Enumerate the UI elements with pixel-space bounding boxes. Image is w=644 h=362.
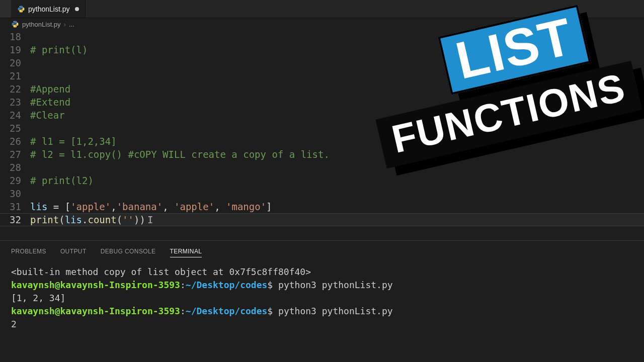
line-number-gutter: 181920212223242526272829303132 <box>0 30 30 240</box>
terminal[interactable]: <built-in method copy of list object at … <box>0 262 644 362</box>
breadcrumb-file: pythonList.py <box>22 21 61 28</box>
code-line[interactable] <box>30 161 644 174</box>
line-number: 32 <box>0 213 21 226</box>
svg-point-1 <box>22 11 23 12</box>
breadcrumb-separator: › <box>64 21 66 28</box>
line-number: 26 <box>0 135 21 148</box>
code-line[interactable] <box>30 187 644 200</box>
code-line[interactable]: #Clear <box>30 109 644 122</box>
tab-output[interactable]: OUTPUT <box>60 246 87 257</box>
tab-title: pythonList.py <box>28 5 70 13</box>
code-line[interactable] <box>30 69 644 82</box>
line-number: 27 <box>0 148 21 161</box>
code-line[interactable] <box>30 30 644 43</box>
line-number: 19 <box>0 43 21 56</box>
line-number: 30 <box>0 187 21 200</box>
line-number: 24 <box>0 109 21 122</box>
code-line[interactable]: # l1 = [1,2,34] <box>30 135 644 148</box>
code-editor[interactable]: 181920212223242526272829303132 # print(l… <box>0 30 644 240</box>
code-line[interactable]: lis = ['apple','banana', 'apple', 'mango… <box>30 200 644 213</box>
line-number: 23 <box>0 96 21 109</box>
line-number: 25 <box>0 122 21 135</box>
line-number: 20 <box>0 56 21 69</box>
line-number: 28 <box>0 161 21 174</box>
svg-point-2 <box>14 21 14 22</box>
tab-terminal[interactable]: TERMINAL <box>170 246 202 257</box>
line-number: 31 <box>0 200 21 213</box>
line-number: 29 <box>0 174 21 187</box>
svg-point-0 <box>20 6 20 7</box>
code-line[interactable]: # print(l2) <box>30 174 644 187</box>
code-line[interactable]: # l2 = l1.copy() #cOPY WILL create a cop… <box>30 148 644 161</box>
svg-point-3 <box>16 26 17 27</box>
line-number: 22 <box>0 82 21 96</box>
code-line[interactable]: #Extend <box>30 96 644 109</box>
breadcrumb[interactable]: pythonList.py › ... <box>0 18 644 30</box>
tab-debug-console[interactable]: DEBUG CONSOLE <box>101 246 156 257</box>
code-line[interactable]: # print(l) <box>30 43 644 56</box>
tab-problems[interactable]: PROBLEMS <box>11 246 46 257</box>
line-number: 18 <box>0 30 21 43</box>
panel-tab-bar: PROBLEMS OUTPUT DEBUG CONSOLE TERMINAL <box>0 241 644 262</box>
tab-bar: pythonList.py <box>0 0 644 18</box>
python-file-icon <box>11 20 19 28</box>
code-line[interactable]: print(lis.count(''))I <box>30 213 644 226</box>
tab-dirty-indicator <box>75 7 79 11</box>
line-number: 21 <box>0 69 21 82</box>
code-line[interactable] <box>30 56 644 69</box>
editor-tab-pythonlist[interactable]: pythonList.py <box>11 0 86 18</box>
tab-gutter <box>0 0 11 18</box>
code-line[interactable]: #Append <box>30 82 644 96</box>
bottom-panel: PROBLEMS OUTPUT DEBUG CONSOLE TERMINAL <… <box>0 240 644 362</box>
python-file-icon <box>17 5 25 13</box>
breadcrumb-tail: ... <box>69 21 74 28</box>
code-line[interactable] <box>30 122 644 135</box>
code-area[interactable]: # print(l) #Append#Extend#Clear # l1 = [… <box>30 30 644 240</box>
